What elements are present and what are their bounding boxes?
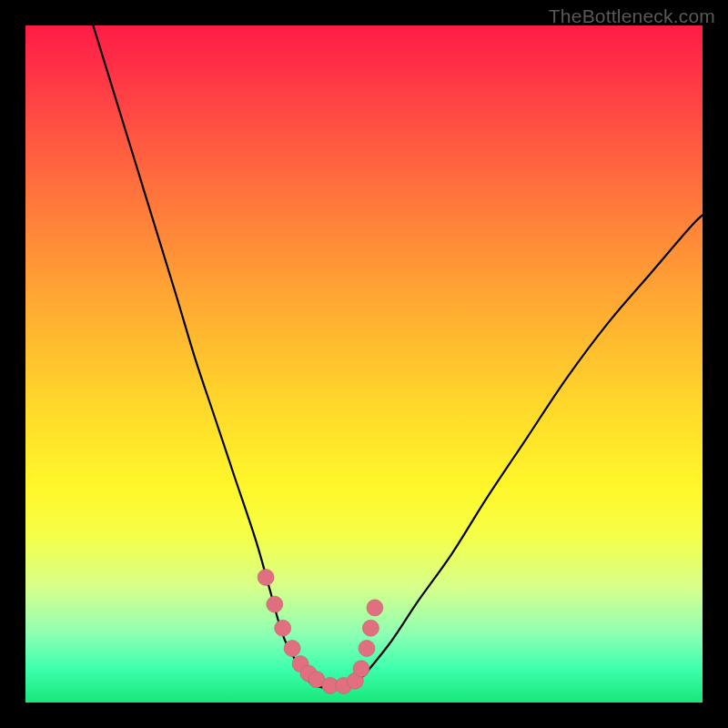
marker-dot — [362, 620, 379, 636]
curve-left-branch — [93, 25, 296, 662]
marker-dot — [275, 620, 291, 636]
chart-svg — [25, 25, 703, 703]
plot-area — [25, 25, 703, 703]
marker-group — [258, 569, 383, 693]
marker-dot — [367, 600, 383, 616]
marker-dot — [353, 661, 369, 677]
curve-right-branch — [364, 215, 703, 675]
outer-frame: TheBottleneck.com — [0, 0, 728, 728]
marker-dot — [284, 641, 300, 657]
branding-text: TheBottleneck.com — [549, 5, 715, 27]
marker-dot — [359, 641, 375, 657]
marker-dot — [267, 596, 283, 612]
marker-dot — [258, 569, 274, 585]
